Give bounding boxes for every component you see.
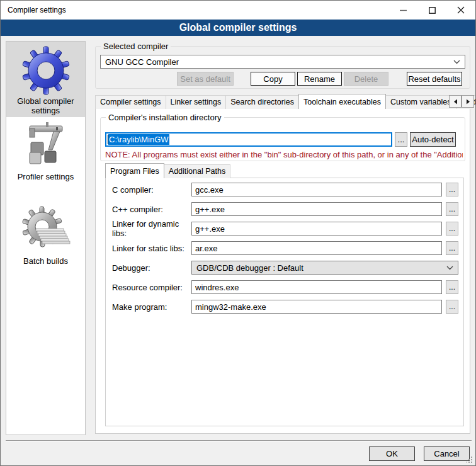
field-label-linker-static: Linker for static libs: bbox=[112, 244, 191, 253]
arrow-left-icon bbox=[453, 99, 458, 105]
cancel-button[interactable]: Cancel bbox=[424, 446, 470, 461]
ok-button[interactable]: OK bbox=[369, 446, 415, 461]
titlebar: Compiler settings bbox=[1, 1, 475, 20]
tab-scroll-left-button[interactable] bbox=[449, 95, 462, 108]
auto-detect-button[interactable]: Auto-detect bbox=[410, 132, 456, 147]
dialog-header: Global compiler settings bbox=[1, 20, 475, 36]
window-controls bbox=[388, 1, 475, 20]
subtab-program-files[interactable]: Program Files bbox=[105, 163, 164, 178]
set-as-default-button[interactable]: Set as default bbox=[177, 72, 234, 86]
compiler-settings-tabs: Compiler settings Linker settings Search… bbox=[95, 94, 476, 109]
delete-button[interactable]: Delete bbox=[344, 72, 388, 86]
tab-linker-settings[interactable]: Linker settings bbox=[166, 95, 227, 109]
browse-c-compiler-button[interactable]: ... bbox=[446, 183, 458, 196]
chevron-down-icon bbox=[453, 60, 460, 64]
caliper-icon bbox=[21, 121, 71, 171]
installation-directory-group-label: Compiler's installation directory bbox=[106, 113, 224, 122]
close-icon bbox=[457, 6, 465, 14]
sidebar-item-global-compiler-settings[interactable]: Global compiler settings bbox=[6, 42, 85, 117]
installation-directory-input[interactable]: C:\raylib\MinGW bbox=[105, 132, 392, 147]
window-title: Compiler settings bbox=[1, 6, 66, 14]
maximize-icon bbox=[429, 7, 436, 14]
blue-gear-icon bbox=[21, 45, 71, 96]
debugger-value: GDB/CDB debugger : Default bbox=[196, 263, 303, 273]
arrow-right-icon bbox=[466, 99, 470, 105]
reset-defaults-button[interactable]: Reset defaults bbox=[407, 72, 462, 86]
make-program-field[interactable] bbox=[191, 300, 442, 314]
subtab-additional-paths[interactable]: Additional Paths bbox=[164, 164, 230, 178]
installation-directory-value: C:\raylib\MinGW bbox=[108, 134, 169, 145]
tab-compiler-settings[interactable]: Compiler settings bbox=[95, 95, 166, 109]
minimize-icon bbox=[400, 7, 407, 14]
sidebar-item-batch-builds[interactable]: Batch builds bbox=[6, 202, 85, 277]
settings-category-list: Global compiler settings Profiler settin… bbox=[6, 41, 86, 435]
browse-cpp-compiler-button[interactable]: ... bbox=[446, 202, 458, 216]
sidebar-item-profiler-settings[interactable]: Profiler settings bbox=[6, 117, 85, 193]
field-label-linker-dynamic: Linker for dynamic libs: bbox=[112, 219, 191, 238]
linker-static-field[interactable] bbox=[191, 241, 442, 255]
tab-scroll-right-button[interactable] bbox=[462, 95, 474, 108]
footer-separator bbox=[6, 440, 472, 441]
chevron-down-icon bbox=[446, 266, 453, 270]
sidebar-item-label: Global compiler settings bbox=[6, 96, 85, 115]
selected-compiler-combobox[interactable]: GNU GCC Compiler bbox=[100, 55, 465, 69]
c-compiler-field[interactable] bbox=[191, 183, 442, 196]
browse-linker-static-button[interactable]: ... bbox=[446, 241, 458, 255]
resize-grip[interactable] bbox=[467, 457, 473, 463]
minimize-button[interactable] bbox=[388, 1, 417, 20]
gray-gear-stack-icon bbox=[21, 205, 71, 256]
field-label-resource-compiler: Resource compiler: bbox=[112, 283, 191, 292]
selected-compiler-group-label: Selected compiler bbox=[101, 42, 171, 51]
tab-toolchain-executables[interactable]: Toolchain executables bbox=[298, 94, 386, 109]
field-label-cpp-compiler: C++ compiler: bbox=[112, 205, 191, 214]
sidebar-item-label: Profiler settings bbox=[18, 172, 74, 181]
tab-search-directories[interactable]: Search directories bbox=[225, 95, 299, 109]
close-button[interactable] bbox=[446, 1, 475, 20]
browse-directory-button[interactable]: ... bbox=[395, 132, 407, 147]
maximize-button[interactable] bbox=[417, 1, 446, 20]
browse-make-program-button[interactable]: ... bbox=[446, 300, 458, 314]
program-files-panel: C compiler: ... C++ compiler: ... Linker… bbox=[105, 178, 464, 426]
compiler-settings-dialog: Compiler settings Global compiler settin… bbox=[0, 0, 476, 466]
resource-compiler-field[interactable] bbox=[191, 280, 442, 294]
field-label-make-program: Make program: bbox=[112, 302, 191, 312]
linker-dynamic-field[interactable] bbox=[191, 222, 442, 236]
tab-custom-variables[interactable]: Custom variables bbox=[385, 95, 456, 109]
sidebar-item-label: Batch builds bbox=[23, 256, 68, 266]
field-label-debugger: Debugger: bbox=[112, 263, 191, 273]
browse-resource-compiler-button[interactable]: ... bbox=[446, 280, 458, 294]
copy-button[interactable]: Copy bbox=[251, 72, 295, 86]
cpp-compiler-field[interactable] bbox=[191, 202, 442, 216]
debugger-dropdown[interactable]: GDB/CDB debugger : Default bbox=[191, 261, 458, 275]
selected-compiler-value: GNU GCC Compiler bbox=[105, 57, 179, 67]
field-label-c-compiler: C compiler: bbox=[112, 185, 191, 195]
browse-linker-dynamic-button[interactable]: ... bbox=[446, 222, 458, 236]
note-text: NOTE: All programs must exist either in … bbox=[105, 150, 463, 160]
rename-button[interactable]: Rename bbox=[297, 72, 342, 86]
program-files-subtabs: Program Files Additional Paths bbox=[105, 163, 230, 178]
